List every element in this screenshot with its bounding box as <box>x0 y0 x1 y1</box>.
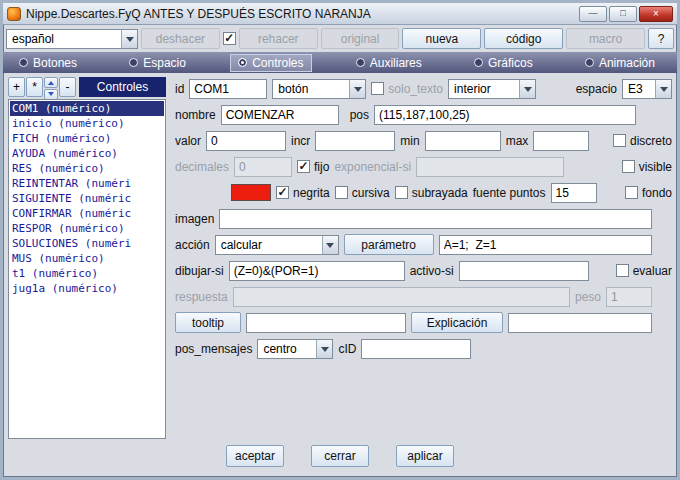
exponencial-label: exponencial-si <box>334 160 411 174</box>
list-item[interactable]: jug1a (numérico) <box>10 281 164 296</box>
list-item[interactable]: SIGUIENTE (numéric <box>10 191 164 206</box>
titlebar[interactable]: Nippe.Descartes.FyQ ANTES Y DESPUÉS ESCR… <box>3 3 677 25</box>
visible-checkbox[interactable] <box>622 160 635 173</box>
list-item[interactable]: t1 (numérico) <box>10 266 164 281</box>
tab-animacion[interactable]: Animación <box>577 54 663 72</box>
cid-input[interactable] <box>361 339 471 359</box>
remove-control-button[interactable]: - <box>59 77 76 97</box>
explicacion-input[interactable] <box>508 313 652 333</box>
tab-botones[interactable]: Botones <box>11 54 85 72</box>
tab-graficos[interactable]: Gráficos <box>466 54 541 72</box>
tooltip-input[interactable] <box>246 313 406 333</box>
chevron-down-icon[interactable] <box>655 80 671 98</box>
solo-texto-checkbox[interactable] <box>371 82 384 95</box>
fondo-label: fondo <box>642 186 672 200</box>
chevron-down-icon[interactable] <box>349 80 365 98</box>
tab-label: Gráficos <box>488 56 533 70</box>
interior-select[interactable]: interior <box>448 79 536 99</box>
espacio-label: espacio <box>576 82 617 96</box>
list-item[interactable]: COM1 (numérico) <box>10 101 164 116</box>
reorder-spinner[interactable] <box>44 77 58 97</box>
espacio-select[interactable]: E3 <box>622 79 672 99</box>
cursiva-checkbox[interactable] <box>335 186 348 199</box>
list-item[interactable]: FICH (numérico) <box>10 131 164 146</box>
undo-checkbox[interactable] <box>223 32 236 45</box>
app-window: Nippe.Descartes.FyQ ANTES Y DESPUÉS ESCR… <box>0 0 680 480</box>
list-item[interactable]: MUS (numérico) <box>10 251 164 266</box>
fijo-checkbox[interactable] <box>297 160 310 173</box>
close-button[interactable]: cerrar <box>311 445 369 467</box>
help-button[interactable]: ? <box>648 28 674 49</box>
radio-icon <box>129 58 138 67</box>
list-item[interactable]: SOLUCIONES (numéri <box>10 236 164 251</box>
new-button[interactable]: nueva <box>402 28 481 49</box>
accept-button[interactable]: aceptar <box>226 445 284 467</box>
valor-label: valor <box>175 134 201 148</box>
section-tabbar: Botones Espacio Controles Auxiliares Grá… <box>3 52 677 73</box>
list-item[interactable]: CONFIRMAR (numéric <box>10 206 164 221</box>
visible-label: visible <box>639 160 672 174</box>
fondo-checkbox[interactable] <box>625 186 638 199</box>
parametro-input[interactable] <box>439 235 652 255</box>
macro-button: macro <box>566 28 645 49</box>
pos-label: pos <box>350 108 369 122</box>
duplicate-control-button[interactable]: * <box>26 77 43 97</box>
language-select[interactable]: español <box>6 29 138 49</box>
valor-input[interactable] <box>206 131 286 151</box>
language-select-value: español <box>7 32 59 46</box>
tab-auxiliares[interactable]: Auxiliares <box>348 54 430 72</box>
minimize-button[interactable]: — <box>579 6 607 22</box>
chevron-down-icon[interactable] <box>322 236 338 254</box>
list-item[interactable]: inicio (numérico) <box>10 116 164 131</box>
chevron-down-icon[interactable] <box>519 80 535 98</box>
chevron-down-icon[interactable] <box>316 340 332 358</box>
tab-label: Controles <box>252 56 303 70</box>
evaluar-checkbox[interactable] <box>616 264 629 277</box>
negrita-label: negrita <box>293 186 330 200</box>
min-input[interactable] <box>425 131 501 151</box>
arrow-up-icon[interactable] <box>44 77 58 88</box>
tab-controles[interactable]: Controles <box>230 54 311 72</box>
discreto-checkbox[interactable] <box>613 134 626 147</box>
maximize-button[interactable]: □ <box>609 6 637 22</box>
subrayada-checkbox[interactable] <box>395 186 408 199</box>
max-input[interactable] <box>533 131 589 151</box>
list-item[interactable]: RESPOR (numérico) <box>10 221 164 236</box>
accion-label: acción <box>175 238 210 252</box>
color-swatch-button[interactable] <box>231 184 271 201</box>
pos-mensajes-select[interactable]: centro <box>257 339 333 359</box>
id-input[interactable] <box>189 79 267 99</box>
list-item[interactable]: RES (numérico) <box>10 161 164 176</box>
apply-button[interactable]: aplicar <box>396 445 454 467</box>
incr-input[interactable] <box>315 131 395 151</box>
explicacion-button[interactable]: Explicación <box>411 312 503 333</box>
list-item[interactable]: REINTENTAR (numéri <box>10 176 164 191</box>
pos-input[interactable] <box>374 105 636 125</box>
controls-list[interactable]: COM1 (numérico) inicio (numérico) FICH (… <box>8 99 166 439</box>
nombre-input[interactable] <box>221 105 339 125</box>
dibujar-si-input[interactable] <box>229 261 405 281</box>
form-row-pos-mensajes: pos_mensajes centro cID <box>175 338 672 359</box>
imagen-input[interactable] <box>219 209 652 229</box>
close-icon[interactable]: × <box>639 6 673 22</box>
solo-texto-label: solo_texto <box>388 82 443 96</box>
add-control-button[interactable]: + <box>8 77 25 97</box>
redo-button: rehacer <box>239 28 318 49</box>
list-item[interactable]: AYUDA (numérico) <box>10 146 164 161</box>
tab-espacio[interactable]: Espacio <box>121 54 194 72</box>
radio-icon <box>238 58 247 67</box>
activo-si-input[interactable] <box>459 261 589 281</box>
parametro-button[interactable]: parámetro <box>344 234 434 255</box>
code-button[interactable]: código <box>484 28 563 49</box>
accion-select[interactable]: calcular <box>215 235 339 255</box>
radio-icon <box>585 58 594 67</box>
peso-input <box>606 287 652 307</box>
negrita-checkbox[interactable] <box>276 186 289 199</box>
chevron-down-icon[interactable] <box>121 30 137 48</box>
app-icon <box>7 7 21 21</box>
tab-label: Botones <box>33 56 77 70</box>
fuente-puntos-input[interactable] <box>551 183 597 203</box>
tooltip-button[interactable]: tooltip <box>175 312 241 333</box>
max-label: max <box>506 134 529 148</box>
control-type-select[interactable]: botón <box>272 79 366 99</box>
